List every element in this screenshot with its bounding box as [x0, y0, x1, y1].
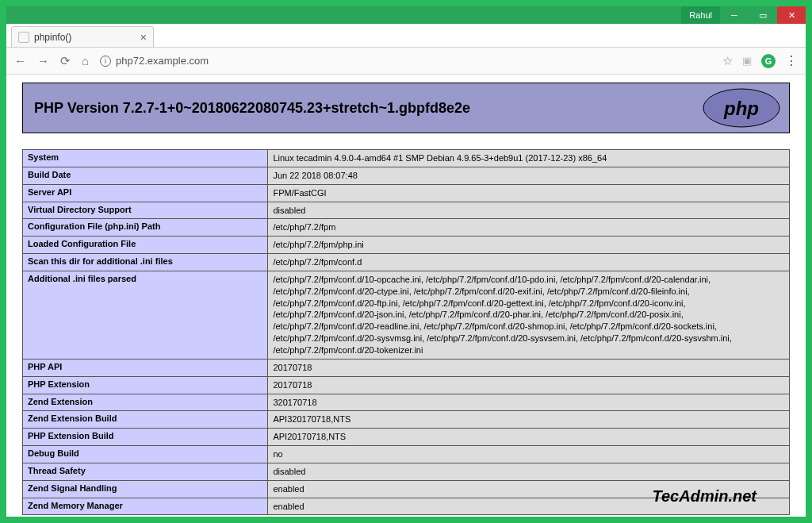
site-info-icon[interactable]: i [100, 56, 111, 67]
table-row: Debug Buildno [23, 446, 790, 463]
php-version-header: PHP Version 7.2.7-1+0~20180622080745.23+… [22, 83, 790, 133]
table-row: Additional .ini files parsed/etc/php/7.2… [23, 271, 790, 359]
table-row: Thread Safetydisabled [23, 463, 790, 480]
tab-favicon [18, 32, 29, 43]
info-key: Zend Extension Build [23, 411, 268, 429]
info-value: /etc/php/7.2/fpm/conf.d/10-opcache.ini, … [268, 271, 790, 359]
menu-button[interactable]: ⋮ [785, 53, 798, 68]
table-row: Zend Signal Handlingenabled [23, 480, 790, 498]
table-row: Zend Memory Managerenabled [23, 498, 790, 515]
info-key: Zend Signal Handling [23, 480, 268, 498]
info-value: disabled [268, 463, 790, 480]
info-value: /etc/php/7.2/fpm/conf.d [268, 254, 790, 271]
info-value: 320170718 [268, 394, 790, 411]
info-key: Virtual Directory Support [23, 202, 268, 219]
svg-text:php: php [723, 98, 759, 119]
info-key: Zend Extension [23, 394, 268, 411]
info-key: Debug Build [23, 446, 268, 463]
info-value: disabled [268, 202, 790, 219]
table-row: Zend Extension BuildAPI320170718,NTS [23, 411, 790, 429]
info-value: Linux tecadmin 4.9.0-4-amd64 #1 SMP Debi… [268, 150, 790, 167]
info-key: PHP Extension Build [23, 429, 268, 446]
table-row: Virtual Directory Supportdisabled [23, 202, 790, 219]
info-value: enabled [268, 480, 790, 498]
table-row: Loaded Configuration File/etc/php/7.2/fp… [23, 237, 790, 254]
info-key: Scan this dir for additional .ini files [23, 254, 268, 271]
table-row: Zend Extension320170718 [23, 394, 790, 411]
forward-button[interactable]: → [37, 54, 49, 67]
info-key: Build Date [23, 167, 268, 184]
close-button[interactable]: ✕ [777, 6, 806, 24]
table-row: SystemLinux tecadmin 4.9.0-4-amd64 #1 SM… [23, 150, 790, 167]
info-value: API20170718,NTS [268, 429, 790, 446]
reload-button[interactable]: ⟳ [60, 54, 71, 68]
info-value: /etc/php/7.2/fpm [268, 219, 790, 237]
info-key: Thread Safety [23, 463, 268, 480]
camera-icon[interactable]: ▣ [742, 55, 752, 67]
tab-title: phpinfo() [34, 32, 71, 43]
info-key: Zend Memory Manager [23, 498, 268, 515]
table-row: PHP API20170718 [23, 359, 790, 376]
table-row: PHP Extension20170718 [23, 376, 790, 394]
page-viewport[interactable]: PHP Version 7.2.7-1+0~20180622080745.23+… [6, 75, 806, 517]
url-text: php72.example.com [116, 55, 209, 67]
php-version-title: PHP Version 7.2.7-1+0~20180622080745.23+… [34, 100, 470, 117]
table-row: Scan this dir for additional .ini files/… [23, 254, 790, 271]
tab-strip: phpinfo() × [6, 24, 806, 48]
info-value: /etc/php/7.2/fpm/php.ini [268, 237, 790, 254]
info-key: Configuration File (php.ini) Path [23, 219, 268, 237]
info-value: no [268, 446, 790, 463]
info-value: Jun 22 2018 08:07:48 [268, 167, 790, 184]
tab-close-icon[interactable]: × [140, 31, 147, 44]
back-button[interactable]: ← [14, 54, 26, 67]
info-key: Additional .ini files parsed [23, 271, 268, 359]
table-row: Build DateJun 22 2018 08:07:48 [23, 167, 790, 184]
bookmark-icon[interactable]: ☆ [722, 54, 733, 68]
phpinfo-table: SystemLinux tecadmin 4.9.0-4-amd64 #1 SM… [22, 149, 790, 515]
info-key: Loaded Configuration File [23, 237, 268, 254]
user-badge[interactable]: Rahul [681, 6, 720, 24]
info-key: PHP API [23, 359, 268, 376]
address-bar[interactable]: i php72.example.com [100, 55, 711, 67]
browser-tab[interactable]: phpinfo() × [11, 26, 154, 47]
info-value: API320170718,NTS [268, 411, 790, 429]
maximize-button[interactable]: ▭ [749, 6, 777, 24]
info-key: Server API [23, 184, 268, 202]
info-value: 20170718 [268, 359, 790, 376]
php-logo: php [702, 87, 781, 129]
phpinfo-page: PHP Version 7.2.7-1+0~20180622080745.23+… [6, 75, 806, 517]
info-key: PHP Extension [23, 376, 268, 394]
browser-toolbar: ← → ⟳ ⌂ i php72.example.com ☆ ▣ G ⋮ [6, 48, 806, 75]
table-row: PHP Extension BuildAPI20170718,NTS [23, 429, 790, 446]
browser-window: Rahul ─ ▭ ✕ phpinfo() × ← → ⟳ ⌂ i php72.… [6, 6, 806, 517]
toolbar-right: ☆ ▣ G ⋮ [722, 53, 798, 68]
table-row: Configuration File (php.ini) Path/etc/ph… [23, 219, 790, 237]
minimize-button[interactable]: ─ [720, 6, 749, 24]
info-value: 20170718 [268, 376, 790, 394]
table-row: Server APIFPM/FastCGI [23, 184, 790, 202]
window-titlebar: Rahul ─ ▭ ✕ [6, 6, 806, 24]
info-key: System [23, 150, 268, 167]
info-value: FPM/FastCGI [268, 184, 790, 202]
home-button[interactable]: ⌂ [82, 54, 89, 67]
info-value: enabled [268, 498, 790, 515]
extension-badge[interactable]: G [761, 54, 776, 68]
